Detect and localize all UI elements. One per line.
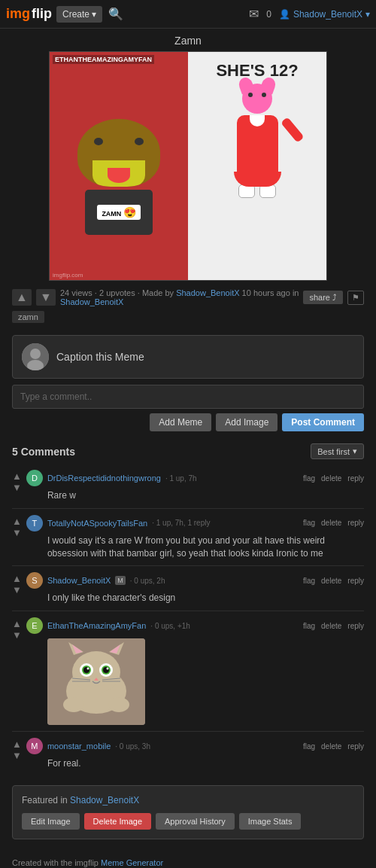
user-menu[interactable]: 👤 Shadow_BenoitX ▾ (279, 9, 370, 20)
author-link[interactable]: Shadow_BenoitX (176, 288, 239, 297)
comment-item: ▲ ▼ M moonstar_mobile · 0 ups, 3h flag d… (12, 732, 364, 776)
comment-meta: · 1 up, 7h (165, 474, 197, 483)
tag-area: zamn (0, 311, 376, 329)
delete-link[interactable]: delete (321, 474, 341, 483)
comment-vote-col: ▲ ▼ (12, 470, 22, 502)
comment-vote-down[interactable]: ▼ (12, 585, 22, 595)
vote-down-button[interactable]: ▼ (36, 289, 56, 306)
meme-generator-link[interactable]: Meme Generator (101, 858, 163, 867)
delete-link[interactable]: delete (321, 519, 341, 527)
delete-link[interactable]: delete (321, 742, 341, 751)
comment-username[interactable]: EthanTheAmazingAmyFan (47, 621, 146, 630)
comment-meta: · 0 ups, +1h (150, 622, 190, 630)
flag-icon: ⚑ (352, 293, 359, 302)
flag-link[interactable]: flag (303, 577, 315, 585)
meme-right-panel: SHE'S 12? (188, 52, 326, 280)
reply-link[interactable]: reply (347, 577, 364, 585)
edit-image-button[interactable]: Edit Image (22, 813, 80, 830)
comment-input-area: Add Meme Add Image Post Comment (12, 385, 364, 431)
comment-main-col: D DrDisRespectididnothingwrong · 1 up, 7… (26, 470, 364, 502)
comment-header: D DrDisRespectididnothingwrong · 1 up, 7… (26, 470, 364, 486)
view-count: 24 views (60, 288, 92, 297)
avatar: M (26, 738, 43, 754)
comment-vote-down[interactable]: ▼ (12, 528, 22, 538)
comments-count: 5 Comments (12, 446, 75, 458)
create-button[interactable]: Create ▾ (56, 6, 102, 23)
comment-vote-up[interactable]: ▲ (12, 471, 22, 481)
flag-link[interactable]: flag (303, 474, 315, 483)
logo[interactable]: imgflip (6, 6, 52, 22)
comment-row: ▲ ▼ T TotallyNotASpookyTailsFan · 1 up, … (12, 515, 364, 560)
share-button[interactable]: share ⤴ (303, 291, 343, 304)
image-stats-button[interactable]: Image Stats (239, 813, 302, 830)
featured-stream-link[interactable]: Shadow_BenoitX (70, 795, 139, 806)
reply-link[interactable]: reply (347, 742, 364, 751)
svg-point-5 (72, 651, 120, 693)
avatar: S (26, 572, 43, 589)
comment-row: ▲ ▼ M moonstar_mobile · 0 ups, 3h flag d… (12, 738, 364, 770)
reply-link[interactable]: reply (347, 622, 364, 630)
comment-vote-col: ▲ ▼ (12, 617, 22, 725)
logo-img: img (6, 6, 30, 22)
stream-link[interactable]: Shadow_BenoitX (60, 297, 123, 306)
comment-vote-up[interactable]: ▲ (12, 574, 22, 583)
comment-vote-down[interactable]: ▼ (12, 630, 22, 640)
comment-actions: flag delete reply (303, 742, 364, 751)
comment-vote-col: ▲ ▼ (12, 515, 22, 560)
delete-image-button[interactable]: Delete Image (84, 813, 151, 830)
post-comment-button[interactable]: Post Comment (282, 413, 364, 431)
mod-badge: M (115, 576, 126, 585)
flag-button[interactable]: ⚑ (347, 291, 364, 305)
avatar: E (26, 617, 43, 634)
comment-row: ▲ ▼ S Shadow_BenoitX M · 0 ups, 2h flag … (12, 572, 364, 605)
svg-point-24 (108, 697, 129, 712)
comment-vote-down[interactable]: ▼ (12, 483, 22, 492)
comment-input[interactable] (12, 385, 364, 409)
create-dropdown-icon: ▾ (92, 9, 96, 20)
approval-history-button[interactable]: Approval History (156, 813, 235, 830)
reply-link[interactable]: reply (347, 519, 364, 527)
comment-vote-up[interactable]: ▲ (12, 516, 22, 526)
comment-main-col: M moonstar_mobile · 0 ups, 3h flag delet… (26, 738, 364, 770)
comment-main-col: E EthanTheAmazingAmyFan · 0 ups, +1h fla… (26, 617, 364, 725)
comment-row: ▲ ▼ D DrDisRespectididnothingwrong · 1 u… (12, 470, 364, 502)
delete-link[interactable]: delete (321, 577, 341, 585)
comment-vote-up[interactable]: ▲ (12, 619, 22, 629)
upvote-count: 2 upvotes (99, 288, 135, 297)
user-icon: 👤 (279, 9, 290, 20)
comment-actions: flag delete reply (303, 474, 364, 483)
comment-username[interactable]: moonstar_mobile (47, 742, 111, 751)
notification-badge: 0 (266, 9, 271, 20)
comment-vote-down[interactable]: ▼ (12, 751, 22, 760)
svg-point-17 (106, 668, 108, 670)
user-dropdown-icon: ▾ (365, 9, 370, 20)
flag-link[interactable]: flag (303, 742, 315, 751)
avatar: D (26, 470, 43, 486)
logo-text: flip (32, 6, 52, 22)
comment-vote-col: ▲ ▼ (12, 572, 22, 605)
tag-zamn[interactable]: zamn (12, 311, 44, 323)
meme-top-right-text: SHE'S 12? (216, 61, 298, 81)
username: Shadow_BenoitX (293, 9, 362, 20)
meme-image[interactable]: ETHANTHEAMAZINGAMYFAN ZAMN (49, 51, 327, 281)
svg-point-16 (86, 668, 89, 670)
vote-meta: 24 views · 2 upvotes · Made by Shadow_Be… (60, 288, 299, 306)
mail-icon[interactable]: ✉ (249, 7, 259, 21)
comment-username[interactable]: TotallyNotASpookyTailsFan (47, 519, 147, 528)
vote-actions: share ⤴ ⚑ (303, 291, 364, 305)
vote-up-button[interactable]: ▲ (12, 289, 32, 306)
add-meme-button[interactable]: Add Meme (150, 413, 211, 431)
comment-username[interactable]: Shadow_BenoitX (47, 576, 111, 585)
delete-link[interactable]: delete (321, 622, 341, 630)
search-icon[interactable]: 🔍 (108, 7, 123, 21)
meme-watermark: imgflip.com (53, 272, 83, 279)
add-image-button[interactable]: Add Image (216, 413, 277, 431)
flag-link[interactable]: flag (303, 622, 315, 630)
caption-box[interactable]: Caption this Meme (12, 335, 364, 379)
comment-username[interactable]: DrDisRespectididnothingwrong (47, 474, 161, 483)
comment-vote-up[interactable]: ▲ (12, 739, 22, 749)
sort-dropdown[interactable]: Best first ▾ (311, 443, 364, 459)
flag-link[interactable]: flag (303, 519, 315, 527)
reply-link[interactable]: reply (347, 474, 364, 483)
featured-section: Featured in Shadow_BenoitX Edit Image De… (12, 785, 364, 839)
